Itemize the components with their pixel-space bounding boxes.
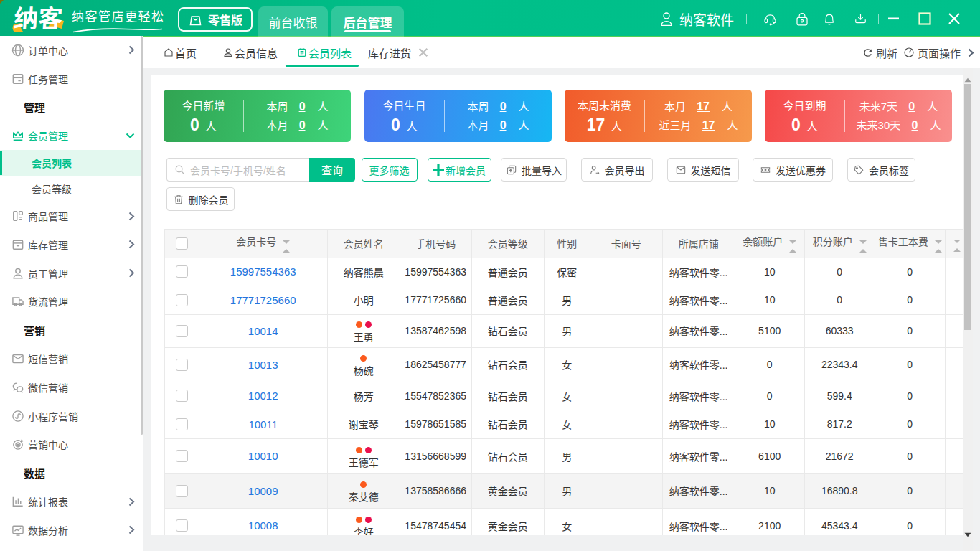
svg-text:纳客: 纳客 [13,1,64,34]
